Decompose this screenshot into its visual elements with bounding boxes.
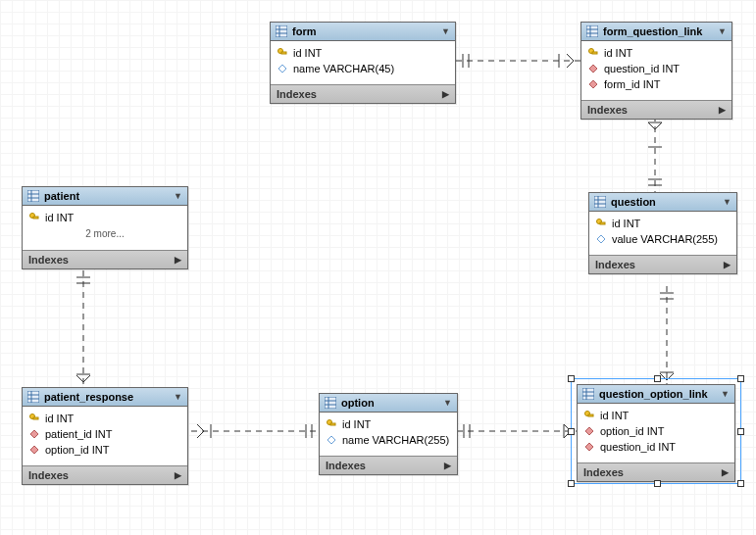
svg-line-17 — [660, 373, 667, 380]
svg-rect-37 — [276, 25, 287, 37]
diamond-icon — [277, 64, 288, 73]
column-text: form_id INT — [604, 78, 660, 90]
svg-rect-65 — [27, 391, 39, 403]
table-icon — [586, 25, 598, 37]
indexes-section[interactable]: Indexes ▶ — [578, 462, 734, 481]
svg-line-8 — [648, 122, 655, 129]
column-row: id INT — [28, 210, 181, 225]
svg-line-18 — [667, 373, 674, 380]
column-row: id INT — [583, 408, 729, 423]
chevron-right-icon: ▶ — [175, 255, 181, 265]
entity-option[interactable]: option ▼ id INT name VARCHAR(255) Indexe… — [319, 393, 458, 475]
column-text: id INT — [293, 47, 322, 59]
svg-rect-52 — [27, 190, 39, 202]
column-row: name VARCHAR(45) — [277, 61, 449, 76]
entity-title: option — [341, 397, 375, 409]
entity-patient-response[interactable]: patient_response ▼ id INT patient_id INT… — [22, 387, 188, 485]
svg-rect-73 — [325, 397, 336, 409]
selection-handle[interactable] — [737, 480, 744, 487]
selection-handle[interactable] — [654, 375, 661, 382]
indexes-label: Indexes — [587, 104, 628, 116]
key-icon — [326, 419, 337, 429]
column-row: form_id INT — [587, 76, 726, 92]
chevron-down-icon[interactable]: ▼ — [721, 389, 730, 399]
svg-marker-64 — [597, 235, 605, 243]
entity-body: id INT value VARCHAR(255) — [589, 212, 736, 255]
selection-handle[interactable] — [737, 375, 744, 382]
indexes-section[interactable]: Indexes ▶ — [320, 456, 457, 474]
entity-header[interactable]: question ▼ — [589, 193, 736, 212]
chevron-down-icon[interactable]: ▼ — [723, 197, 731, 207]
column-row: patient_id INT — [28, 426, 181, 442]
column-text: name VARCHAR(255) — [342, 434, 449, 446]
entity-header[interactable]: question_option_link ▼ — [578, 385, 734, 404]
entity-header[interactable]: form ▼ — [271, 23, 455, 41]
svg-line-27 — [197, 431, 204, 438]
svg-rect-57 — [33, 217, 38, 219]
chevron-right-icon: ▶ — [724, 260, 731, 269]
svg-line-24 — [564, 431, 571, 438]
svg-marker-86 — [585, 427, 593, 435]
svg-rect-85 — [588, 414, 593, 416]
indexes-section[interactable]: Indexes ▶ — [23, 465, 187, 484]
entity-header[interactable]: form_question_link ▼ — [581, 23, 731, 41]
selection-handle[interactable] — [568, 375, 575, 382]
fk-icon — [583, 442, 595, 452]
indexes-section[interactable]: Indexes ▶ — [581, 100, 731, 119]
chevron-down-icon[interactable]: ▼ — [174, 392, 182, 402]
entity-form-question-link[interactable]: form_question_link ▼ id INT question_id … — [580, 22, 732, 120]
entity-header[interactable]: option ▼ — [320, 394, 457, 413]
more-columns[interactable]: 2 more... — [28, 225, 181, 242]
selection-handle[interactable] — [737, 428, 744, 435]
entity-question[interactable]: question ▼ id INT value VARCHAR(255) Ind… — [588, 192, 737, 274]
column-text: id INT — [342, 418, 371, 430]
svg-line-3 — [567, 54, 574, 61]
entity-title: question_option_link — [599, 388, 708, 400]
key-icon — [28, 213, 40, 222]
chevron-down-icon[interactable]: ▼ — [443, 398, 452, 408]
entity-title: patient_response — [44, 391, 133, 403]
chevron-right-icon: ▶ — [444, 461, 451, 470]
indexes-label: Indexes — [277, 88, 317, 100]
selection-handle[interactable] — [568, 428, 575, 435]
entity-form[interactable]: form ▼ id INT name VARCHAR(45) Indexes ▶ — [270, 22, 456, 104]
entity-title: patient — [44, 190, 79, 202]
selection-handle[interactable] — [568, 480, 575, 487]
svg-line-9 — [655, 122, 662, 129]
entity-patient[interactable]: patient ▼ id INT 2 more... Indexes ▶ — [22, 186, 188, 269]
indexes-section[interactable]: Indexes ▶ — [23, 250, 187, 268]
svg-rect-44 — [586, 25, 598, 37]
indexes-section[interactable]: Indexes ▶ — [589, 255, 736, 273]
chevron-down-icon[interactable]: ▼ — [441, 26, 450, 36]
entity-question-option-link[interactable]: question_option_link ▼ id INT option_id … — [577, 384, 735, 482]
entity-header[interactable]: patient_response ▼ — [23, 388, 187, 407]
entity-header[interactable]: patient ▼ — [23, 187, 187, 206]
entity-body: id INT name VARCHAR(45) — [271, 41, 455, 84]
svg-line-36 — [83, 375, 90, 382]
chevron-right-icon: ▶ — [719, 105, 726, 115]
chevron-down-icon[interactable]: ▼ — [174, 191, 182, 201]
column-text: id INT — [600, 410, 629, 421]
chevron-right-icon: ▶ — [175, 470, 181, 480]
indexes-label: Indexes — [595, 259, 635, 270]
fk-icon — [587, 79, 599, 89]
table-icon — [582, 388, 594, 400]
indexes-label: Indexes — [583, 466, 624, 478]
entity-title: form — [292, 25, 316, 37]
column-text: id INT — [612, 218, 640, 229]
diamond-icon — [326, 435, 337, 445]
indexes-label: Indexes — [28, 469, 69, 481]
chevron-down-icon[interactable]: ▼ — [718, 26, 727, 36]
key-icon — [587, 48, 599, 58]
column-text: name VARCHAR(45) — [293, 63, 394, 74]
svg-line-26 — [197, 424, 204, 431]
entity-title: question — [611, 196, 656, 208]
column-text: question_id INT — [604, 63, 680, 74]
entity-body: id INT 2 more... — [23, 206, 187, 250]
svg-line-35 — [76, 375, 83, 382]
svg-marker-87 — [585, 443, 593, 451]
indexes-section[interactable]: Indexes ▶ — [271, 84, 455, 103]
entity-body: id INT name VARCHAR(255) — [320, 413, 457, 456]
column-row: id INT — [587, 45, 726, 61]
table-icon — [325, 397, 336, 409]
